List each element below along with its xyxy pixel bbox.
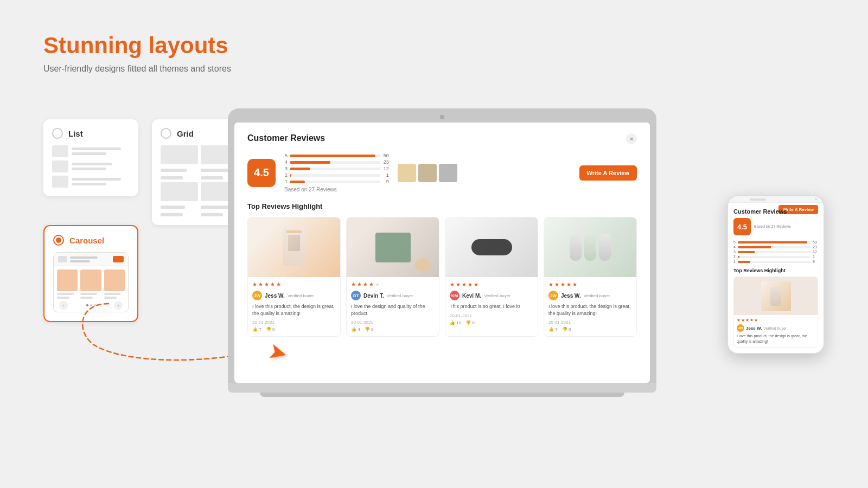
review-card-image-3	[445, 217, 538, 277]
rating-bars: 5 50 4 23 3	[284, 153, 389, 192]
layout-option-list[interactable]: List	[43, 119, 138, 196]
grid-label: Grid	[177, 129, 194, 138]
grid-preview	[161, 145, 238, 216]
review-card-3: ★★★★★ KM Kevi M. Verified buyer This pro…	[445, 217, 538, 337]
list-thumb-3	[52, 176, 68, 188]
phone-widget-title: Customer Reviews	[733, 208, 787, 215]
laptop-base	[228, 383, 656, 393]
rating-score: 4.5	[247, 159, 276, 187]
page-title: Stunning layouts	[43, 33, 825, 59]
phone-based: Based on 27 Reviews	[754, 224, 791, 228]
list-option-header: List	[52, 128, 130, 139]
phone-top-bar: ✕	[728, 196, 824, 203]
list-thumb-1	[52, 145, 68, 157]
list-thumb-2	[52, 160, 68, 172]
list-preview	[52, 145, 130, 188]
phone-reviewer-avatar: JW	[737, 324, 744, 332]
reviews-widget: Customer Reviews ✕ 4.5 5 50 4	[234, 123, 650, 348]
phone-top-reviews-title: Top Reviews Highlight	[733, 268, 818, 273]
carousel-option-header: Carousel	[53, 235, 129, 246]
review-card-2: ★★★★★ DT Devin T. Verified buyer I love …	[346, 217, 439, 337]
review-card-4: ★★★★★ JW Jess W. Verified buyer I love t…	[544, 217, 637, 337]
review-card-image-4	[544, 217, 636, 277]
rating-based: Based on 27 Reviews	[284, 187, 389, 192]
phone-review-card: ★★★★★ JW Jess W. Verified buyer I love t…	[733, 277, 818, 348]
page-container: Stunning layouts User-friendly designs f…	[0, 0, 868, 488]
phone-rating-score: 4.5	[733, 218, 751, 235]
page-subtitle: User-friendly designs fitted all themes …	[43, 64, 825, 74]
phone-reviewer-name: Jess W.	[746, 326, 762, 331]
laptop-foot	[260, 393, 624, 397]
write-review-button[interactable]: Write A Review	[579, 165, 637, 181]
carousel-label: Carousel	[69, 236, 104, 245]
laptop-screen: Customer Reviews ✕ 4.5 5 50 4	[234, 123, 650, 383]
carousel-radio[interactable]	[53, 235, 64, 246]
laptop-camera	[440, 115, 444, 119]
review-card-image-2	[347, 217, 439, 277]
phone-mockup: ✕ Customer Reviews Write A Review 4.5 Ba…	[727, 195, 825, 354]
rating-images	[398, 164, 457, 182]
review-card-image-1	[248, 217, 340, 277]
phone-content: Customer Reviews Write A Review 4.5 Base…	[728, 203, 824, 353]
laptop-mockup: Customer Reviews ✕ 4.5 5 50 4	[228, 108, 656, 397]
grid-radio[interactable]	[161, 128, 171, 139]
close-button[interactable]: ✕	[626, 133, 637, 144]
phone-verified: Verified buyer	[763, 326, 787, 330]
phone-rating-bars: 5 50 4 23 3 12 2	[733, 240, 818, 264]
phone-review-text: I love this product, the design is great…	[737, 333, 815, 344]
grid-option-header: Grid	[161, 128, 238, 139]
widget-title: Customer Reviews	[247, 133, 325, 143]
review-card-1: ★★★★★ JW Jess W. Verified buyer I love t…	[247, 217, 341, 337]
top-reviews-title: Top Reviews Highlight	[247, 202, 637, 210]
list-radio[interactable]	[52, 128, 63, 139]
list-label: List	[68, 129, 83, 138]
review-cards: ★★★★★ JW Jess W. Verified buyer I love t…	[247, 217, 637, 337]
